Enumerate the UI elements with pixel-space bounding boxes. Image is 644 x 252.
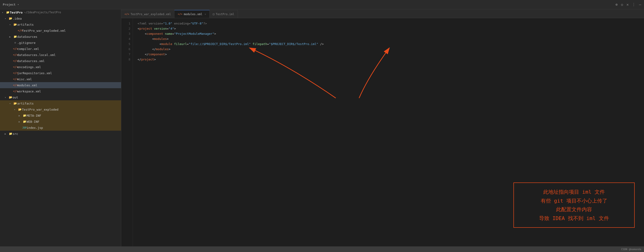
- tree-arrow-war-xml: ▶: [14, 29, 18, 32]
- tree-arrow-ds: ▶: [9, 36, 13, 38]
- annotation-line-2: 有些 git 项目不小心上传了: [541, 198, 608, 204]
- tree-label-meta: META-INF: [26, 114, 41, 117]
- more-icon[interactable]: ⋮: [632, 2, 636, 7]
- tree-item-testpro-root[interactable]: ▾ 📁 TestPro ~/IdeaProjects/TestPro: [0, 9, 121, 16]
- gitignore-icon: ⊘: [13, 41, 17, 44]
- tree-item-web-inf[interactable]: ▶ 📁 WEB-INF: [0, 119, 121, 125]
- xml-icon-tab1: </>: [124, 13, 129, 16]
- tree-arrow-enc: ▶: [9, 66, 13, 68]
- tree-label-ws: workspace.xml: [17, 90, 41, 93]
- line-num-6: 6: [121, 47, 130, 52]
- code-line-2: <project version="4">: [138, 26, 639, 31]
- tree-label-ds-local: dataSources.local.xml: [17, 53, 56, 57]
- xml-icon-ws: </>: [13, 90, 17, 93]
- tree-label-misc: misc.xml: [17, 78, 32, 81]
- project-title: Project: [3, 3, 16, 6]
- tree-arrow-war-exp: ▾: [14, 108, 18, 111]
- tree-arrow-out-art: ▾: [9, 102, 13, 105]
- tree-item-war-exploded[interactable]: ▾ 📂 TestPro_war_exploded: [0, 106, 121, 112]
- line-num-8: 8: [121, 57, 130, 62]
- tree-item-modules-xml[interactable]: ▶ </> modules.xml: [0, 82, 121, 88]
- tree-item-war-xml[interactable]: ▶ </> TestPro_war_exploded.xml: [0, 28, 121, 34]
- tree-item-gitignore[interactable]: ▶ ⊘ .gitignore: [0, 40, 121, 46]
- folder-icon: 📁: [6, 11, 10, 14]
- jsp-icon: JSP: [22, 126, 26, 129]
- tree-label-ds: dataSources: [17, 35, 37, 39]
- xml-icon-misc: </>: [13, 78, 17, 81]
- code-line-7: </component>: [138, 52, 639, 57]
- line-num-5: 5: [121, 42, 130, 47]
- tree-item-artifacts[interactable]: ▾ 📂 artifacts: [0, 22, 121, 28]
- tree-item-encodings-xml[interactable]: ▶ </> encodings.xml: [0, 64, 121, 70]
- tree-arrow-web: ▶: [19, 120, 22, 123]
- close-icon[interactable]: ✕: [626, 2, 629, 7]
- editor-area: </> TestPro_war_exploded.xml </> modules…: [121, 9, 644, 246]
- code-line-1: <?xml version="1.0" encoding="UTF-8"?>: [138, 21, 639, 26]
- tree-item-misc-xml[interactable]: ▶ </> misc.xml: [0, 76, 121, 82]
- line-num-1: 1: [121, 21, 130, 26]
- folder-icon-war-exp: 📂: [18, 108, 22, 111]
- tree-item-ds-local-xml[interactable]: ▶ </> dataSources.local.xml: [0, 52, 121, 58]
- status-bar: CSDN @kamanda: [0, 246, 644, 252]
- folder-icon-web: 📁: [22, 120, 26, 123]
- tree-label-artifacts: artifacts: [17, 23, 34, 26]
- tab-label-war-xml: TestPro_war_exploded.xml: [130, 13, 171, 16]
- title-bar: Project ▾ ⊕ ◇ ✕ ⋮ —: [0, 0, 644, 9]
- xml-icon-jar: </>: [13, 71, 17, 75]
- tab-label-iml: TestPro.iml: [216, 13, 234, 16]
- code-line-6: </modules>: [138, 47, 639, 52]
- tree-arrow-artifacts: ▾: [9, 23, 13, 26]
- tree-item-datasources[interactable]: ▶ 📁 dataSources: [0, 34, 121, 40]
- tree-item-out[interactable]: ▾ 📂 out: [0, 94, 121, 100]
- iml-icon-tab3: □: [213, 13, 214, 16]
- tree-arrow-ws: ▶: [9, 90, 13, 93]
- tab-modules-xml[interactable]: </> modules.xml ✕: [174, 10, 210, 18]
- tree-item-compiler-xml[interactable]: ▶ </> compiler.xml: [0, 46, 121, 52]
- tree-label-war-exp: TestPro_war_exploded: [22, 108, 58, 111]
- tree-label-out-art: artifacts: [17, 102, 34, 105]
- chevron-down-icon[interactable]: ▾: [18, 3, 19, 6]
- folder-icon-out-art: 📂: [13, 102, 17, 105]
- folder-icon-src: 📁: [8, 132, 12, 135]
- line-num-4: 4: [121, 36, 130, 42]
- tree-label-jar: jarRepositories.xml: [17, 71, 52, 75]
- tree-item-meta-inf[interactable]: ▶ 📁 META-INF: [0, 112, 121, 119]
- project-sidebar: ▾ 📁 TestPro ~/IdeaProjects/TestPro ▾ 📂 .…: [0, 9, 121, 246]
- diamond-icon[interactable]: ◇: [621, 2, 623, 7]
- tree-item-workspace-xml[interactable]: ▶ </> workspace.xml: [0, 88, 121, 94]
- line-numbers: 1 2 3 4 5 6 7 8: [121, 18, 133, 246]
- folder-icon-ds: 📁: [13, 35, 17, 38]
- tab-war-xml[interactable]: </> TestPro_war_exploded.xml: [121, 10, 174, 18]
- line-num-3: 3: [121, 31, 130, 36]
- tree-item-jar-xml[interactable]: ▶ </> jarRepositories.xml: [0, 70, 121, 76]
- tree-arrow-git: ▶: [9, 42, 13, 44]
- tree-item-index-jsp[interactable]: ▶ JSP index.jsp: [0, 125, 121, 131]
- tree-arrow-misc: ▶: [9, 78, 13, 81]
- tree-label-compiler: compiler.xml: [17, 47, 39, 51]
- tree-label-enc: encodings.xml: [17, 65, 41, 69]
- tree-item-ds-xml[interactable]: ▶ </> dataSources.xml: [0, 58, 121, 64]
- minimize-icon[interactable]: —: [639, 2, 641, 7]
- tree-arrow-jsp: ▶: [19, 126, 22, 129]
- tree-label-jsp: index.jsp: [26, 126, 43, 129]
- annotation-line-3: 此配置文件内容: [556, 206, 592, 212]
- tree-item-idea[interactable]: ▾ 📂 .idea: [0, 16, 121, 22]
- code-line-3: <component name="ProjectModuleManager">: [138, 31, 639, 36]
- tree-arrow-jar: ▶: [9, 72, 13, 74]
- tree-arrow-ds-xml: ▶: [9, 60, 13, 62]
- tree-label-testpro: TestPro: [10, 11, 22, 14]
- annotation-line-4: 导致 IDEA 找不到 iml 文件: [539, 215, 609, 221]
- tab-testpro-iml[interactable]: □ TestPro.iml: [210, 10, 238, 18]
- code-line-4: <modules>: [138, 36, 639, 42]
- tree-item-out-artifacts[interactable]: ▾ 📂 artifacts: [0, 100, 121, 106]
- add-icon[interactable]: ⊕: [615, 2, 618, 7]
- tree-arrow-idea: ▾: [5, 17, 8, 20]
- tree-label-gitignore: .gitignore: [17, 41, 36, 45]
- annotation-box: 此地址指向项目 iml 文件 有些 git 项目不小心上传了 此配置文件内容 导…: [514, 182, 635, 228]
- tabs-bar: </> TestPro_war_exploded.xml </> modules…: [121, 9, 644, 18]
- tree-item-src[interactable]: ▶ 📁 src: [0, 131, 121, 137]
- folder-icon-idea: 📂: [8, 17, 12, 20]
- tab-close-button[interactable]: ✕: [205, 13, 206, 16]
- tree-label-idea: .idea: [12, 17, 22, 20]
- main-layout: ▾ 📁 TestPro ~/IdeaProjects/TestPro ▾ 📂 .…: [0, 9, 644, 246]
